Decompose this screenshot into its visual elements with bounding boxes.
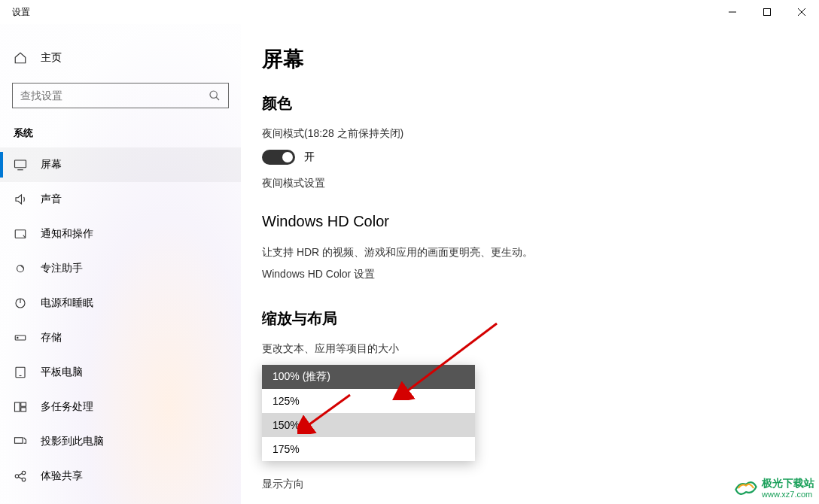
- hd-settings-link[interactable]: Windows HD Color 设置: [262, 268, 801, 281]
- maximize-button[interactable]: [750, 0, 784, 24]
- svg-rect-1: [764, 9, 771, 16]
- svg-point-9: [17, 266, 24, 272]
- svg-point-13: [17, 337, 19, 339]
- sidebar-item-label: 屏幕: [41, 158, 62, 172]
- sidebar-item-power[interactable]: 电源和睡眠: [0, 286, 241, 320]
- svg-rect-6: [15, 160, 26, 168]
- svg-point-21: [22, 471, 26, 475]
- sidebar-item-label: 声音: [41, 193, 62, 206]
- svg-rect-16: [15, 402, 20, 411]
- watermark-logo-icon: [733, 475, 759, 501]
- sidebar-item-sound[interactable]: 声音: [0, 182, 241, 217]
- watermark: 极光下载站 www.xz7.com: [733, 475, 814, 501]
- night-mode-label: 夜间模式(18:28 之前保持关闭): [262, 127, 801, 141]
- watermark-text-en: www.xz7.com: [762, 490, 814, 499]
- scale-dropdown[interactable]: 100% (推荐) 125% 150% 175%: [262, 365, 475, 461]
- sidebar-item-tablet[interactable]: 平板电脑: [0, 355, 241, 390]
- sidebar-item-label: 电源和睡眠: [41, 296, 93, 310]
- sidebar-item-project[interactable]: 投影到此电脑: [0, 424, 241, 459]
- scale-option-125[interactable]: 125%: [262, 389, 475, 413]
- display-icon: [14, 158, 27, 172]
- svg-rect-18: [21, 408, 26, 411]
- scale-label: 更改文本、应用等项目的大小: [262, 342, 801, 356]
- sidebar-item-label: 体验共享: [41, 469, 83, 483]
- svg-point-20: [15, 475, 19, 478]
- svg-rect-8: [15, 230, 26, 238]
- sidebar-item-multitask[interactable]: 多任务处理: [0, 390, 241, 424]
- scale-option-100[interactable]: 100% (推荐): [262, 365, 475, 389]
- power-icon: [14, 296, 27, 310]
- titlebar: 设置: [0, 0, 819, 24]
- sidebar-item-label: 平板电脑: [41, 366, 83, 379]
- watermark-text-cn: 极光下载站: [762, 478, 814, 489]
- search-icon: [209, 90, 221, 102]
- notification-icon: [14, 227, 27, 241]
- project-icon: [14, 435, 27, 448]
- section-color-heading: 颜色: [262, 93, 801, 114]
- svg-point-4: [210, 91, 217, 98]
- section-hd-heading: Windows HD Color: [262, 213, 801, 230]
- content-area: 屏幕 颜色 夜间模式(18:28 之前保持关闭) 开 夜间模式设置 Window…: [262, 45, 801, 504]
- night-mode-settings-link[interactable]: 夜间模式设置: [262, 177, 801, 190]
- home-label: 主页: [41, 51, 62, 65]
- share-icon: [14, 469, 27, 483]
- minimize-button[interactable]: [715, 0, 750, 24]
- window-title: 设置: [12, 6, 30, 19]
- svg-line-24: [18, 477, 22, 479]
- svg-rect-17: [21, 402, 26, 406]
- svg-line-5: [216, 97, 219, 100]
- svg-rect-19: [15, 438, 23, 444]
- storage-icon: [14, 331, 27, 345]
- sidebar-item-label: 多任务处理: [41, 400, 93, 414]
- night-mode-toggle[interactable]: [262, 150, 295, 165]
- section-scale-heading: 缩放与布局: [262, 308, 801, 329]
- sidebar-item-storage[interactable]: 存储: [0, 320, 241, 355]
- scale-option-175[interactable]: 175%: [262, 437, 475, 461]
- tablet-icon: [14, 366, 27, 379]
- search-input[interactable]: [20, 90, 209, 102]
- night-mode-toggle-row: 开: [262, 150, 801, 165]
- sidebar-section-label: 系统: [0, 119, 241, 147]
- focus-icon: [14, 262, 27, 275]
- sidebar-item-share[interactable]: 体验共享: [0, 459, 241, 493]
- sidebar-item-focus[interactable]: 专注助手: [0, 251, 241, 286]
- sidebar-item-label: 专注助手: [41, 262, 83, 275]
- sidebar-item-label: 存储: [41, 331, 62, 345]
- svg-line-23: [18, 473, 22, 475]
- home-link[interactable]: 主页: [0, 45, 241, 71]
- svg-point-22: [22, 478, 26, 481]
- sidebar-item-notifications[interactable]: 通知和操作: [0, 217, 241, 251]
- hd-description: 让支持 HDR 的视频、游戏和应用的画面更明亮、更生动。: [262, 244, 801, 260]
- close-button[interactable]: [784, 0, 819, 24]
- page-title: 屏幕: [262, 45, 801, 74]
- sound-icon: [14, 193, 27, 206]
- search-box[interactable]: [12, 83, 229, 108]
- multitask-icon: [14, 400, 27, 414]
- sidebar-item-label: 投影到此电脑: [41, 435, 104, 448]
- sidebar-item-display[interactable]: 屏幕: [0, 147, 241, 182]
- orientation-label: 显示方向: [262, 478, 801, 491]
- sidebar-item-label: 通知和操作: [41, 227, 93, 241]
- sidebar: 主页 系统 屏幕 声音 通知和操作 专注助手 电源和睡眠: [0, 24, 241, 504]
- home-icon: [14, 51, 27, 65]
- scale-option-150[interactable]: 150%: [262, 413, 475, 437]
- window-controls: [715, 0, 819, 24]
- toggle-state-label: 开: [304, 150, 315, 164]
